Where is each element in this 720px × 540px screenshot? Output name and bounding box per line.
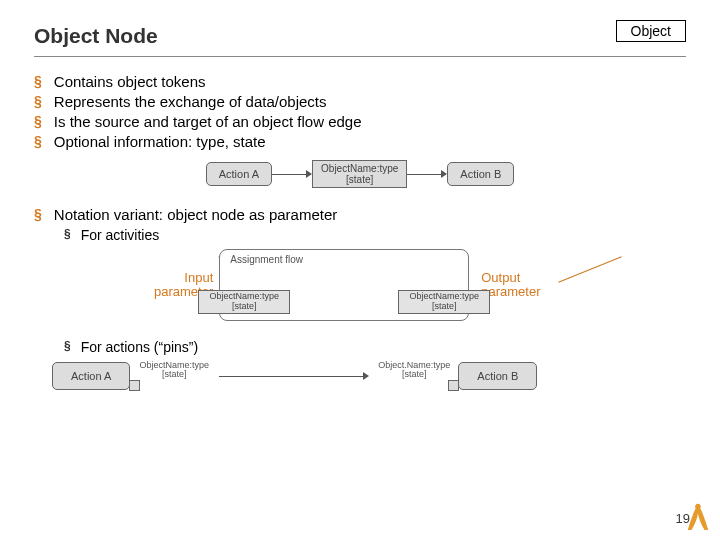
action-a-box: Action A xyxy=(206,162,272,186)
pin-label-a: ObjectName:type [state] xyxy=(129,361,219,380)
bullet-icon: § xyxy=(34,73,42,89)
activity-node: Assignment flow ObjectName:type [state] … xyxy=(219,249,469,321)
object-notation-box: Object xyxy=(616,20,686,42)
object-name-line: ObjectName:type xyxy=(321,163,398,174)
action-b-pin-box: Action B xyxy=(458,362,537,390)
output-pin-icon xyxy=(129,380,140,391)
title-divider xyxy=(34,56,686,57)
logo-icon xyxy=(684,502,712,534)
bullet-list-main: §Contains object tokens §Represents the … xyxy=(34,73,686,150)
diagram-activity-parameter: Input parameter Assignment flow ObjectNa… xyxy=(154,249,686,321)
sublist-pins: §For actions (“pins”) xyxy=(64,339,686,355)
activity-pin-left: ObjectName:type [state] xyxy=(198,290,290,314)
bullet-icon: § xyxy=(34,133,42,149)
bullet-text: Notation variant: object node as paramet… xyxy=(54,206,338,223)
diagram-object-flow: Action A ObjectName:type [state] Action … xyxy=(34,160,686,188)
bullet-icon: § xyxy=(34,206,42,222)
pin-state: [state] xyxy=(403,302,485,312)
object-node-box: ObjectName:type [state] xyxy=(312,160,407,188)
bullet-text: Is the source and target of an object fl… xyxy=(54,113,362,130)
bullet-text: Represents the exchange of data/objects xyxy=(54,93,327,110)
diagram-pins: Action A ObjectName:type [state] Object.… xyxy=(52,361,686,391)
activity-title: Assignment flow xyxy=(230,254,303,265)
sublist-text: For actions (“pins”) xyxy=(81,339,198,355)
activity-pin-right: ObjectName:type [state] xyxy=(398,290,490,314)
action-a-pin-box: Action A xyxy=(52,362,130,390)
pin-label-b: Object.Name:type [state] xyxy=(369,361,459,380)
bullet-icon: § xyxy=(34,113,42,129)
sublist: §For activities xyxy=(64,227,686,243)
page-title: Object Node xyxy=(34,24,158,54)
sublist-text: For activities xyxy=(81,227,160,243)
bullet-icon: § xyxy=(34,93,42,109)
object-state-line: [state] xyxy=(321,174,398,185)
action-b-box: Action B xyxy=(447,162,514,186)
bullet-text: Optional information: type, state xyxy=(54,133,266,150)
pin-state: [state] xyxy=(203,302,285,312)
connector-line xyxy=(558,256,621,282)
bullet-text: Contains object tokens xyxy=(54,73,206,90)
bullet-list-variant: §Notation variant: object node as parame… xyxy=(34,206,686,223)
sub-bullet-icon: § xyxy=(64,339,71,353)
sub-bullet-icon: § xyxy=(64,227,71,241)
